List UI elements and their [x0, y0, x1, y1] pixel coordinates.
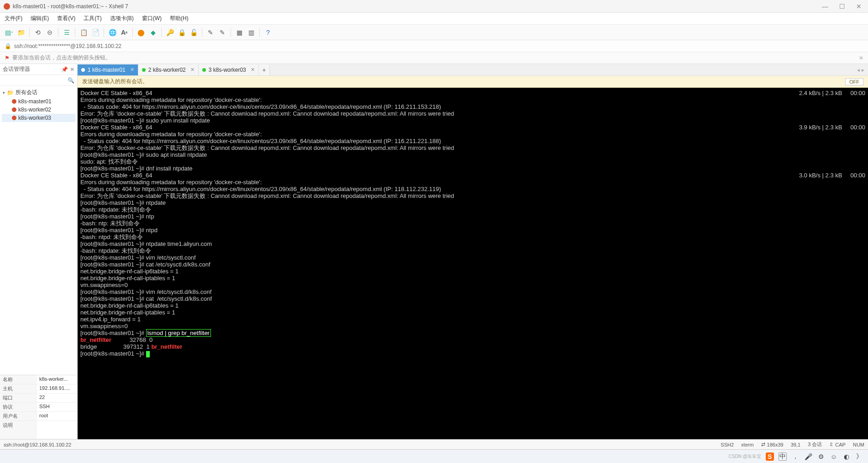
sidebar-close-icon[interactable]: ✕ — [70, 66, 74, 73]
pin-icon[interactable]: 📌 — [61, 66, 68, 73]
session-icon — [12, 116, 16, 120]
hint-text: 要添加当前会话，点击左侧的箭头按钮。 — [12, 54, 111, 62]
key-icon[interactable]: 🔑 — [165, 28, 174, 37]
expand-icon[interactable]: 》 — [855, 452, 863, 461]
menu-tabs[interactable]: 选项卡(B) — [110, 15, 134, 22]
prop-val: 192.168.91.... — [37, 384, 77, 393]
maximize-button[interactable]: ☐ — [836, 3, 848, 10]
tab-status-icon — [81, 68, 85, 72]
tab-master01[interactable]: 1 k8s-master01 ✕ — [78, 64, 138, 75]
watermark: CSDN @车车宝 — [729, 453, 761, 460]
new-session-icon[interactable]: ▤+ — [5, 28, 14, 37]
tab-close-icon[interactable]: ✕ — [190, 67, 195, 73]
paste-icon[interactable]: 📄 — [91, 28, 100, 37]
tab-next-icon[interactable]: ▸ — [862, 67, 864, 73]
prop-key: 端口 — [0, 394, 37, 402]
hint-close-icon[interactable]: ✕ — [859, 55, 863, 61]
mic-icon[interactable]: 🎤 — [804, 452, 812, 461]
folder-icon: 📁 — [7, 90, 14, 96]
status-rows: 39,1 — [791, 442, 800, 447]
tab-close-icon[interactable]: ✕ — [251, 67, 255, 73]
tab-label: 1 k8s-master01 — [88, 67, 126, 73]
session-manager-panel: 会话管理器 📌 ✕ 🔍 📁 所有会话 k8s-master01 k8s-wo — [0, 64, 78, 439]
menu-window[interactable]: 窗口(W) — [142, 15, 162, 22]
layout1-icon[interactable]: ▦ — [235, 28, 244, 37]
caps-icon: ⇫ — [829, 442, 833, 447]
tree-item-worker03[interactable]: k8s-worker03 — [2, 114, 75, 122]
address-input[interactable] — [14, 43, 863, 49]
flag-icon: ⚑ — [5, 55, 10, 61]
properties-panel: 名称k8s-worker... 主机192.168.91.... 端口22 协议… — [0, 375, 77, 439]
punct-icon[interactable]: ， — [791, 452, 800, 461]
open-icon[interactable]: 📁 — [16, 28, 26, 37]
lock-icon[interactable]: 🔒 — [177, 28, 186, 37]
prop-key: 用户名 — [0, 412, 37, 420]
search-icon[interactable]: 🔍 — [68, 77, 74, 84]
font-icon[interactable]: Aa — [120, 28, 129, 37]
menu-view[interactable]: 查看(V) — [57, 15, 75, 22]
prop-val: SSH — [37, 403, 77, 411]
tab-row: 1 k8s-master01 ✕ 2 k8s-worker02 ✕ 3 k8s-… — [78, 64, 868, 76]
reconnect-icon[interactable]: ⟲ — [33, 28, 42, 37]
menu-edit[interactable]: 编辑(E) — [31, 15, 49, 22]
tray-app-icon[interactable]: S — [766, 452, 774, 461]
close-button[interactable]: ✕ — [853, 3, 864, 10]
tree-item-label: k8s-worker02 — [18, 106, 51, 113]
tab-status-icon — [202, 68, 206, 72]
taskbar: CSDN @车车宝 S 中 ， 🎤 ⚙ ☺ ◐ 》 — [0, 449, 868, 463]
prop-val: k8s-worker... — [37, 375, 77, 384]
broadcast-text: 发送键盘输入的所有会话。 — [82, 78, 148, 85]
menu-help[interactable]: 帮助(H) — [170, 15, 189, 22]
status-sess: 3 会话 — [808, 441, 822, 448]
globe-icon[interactable]: 🌐 — [108, 28, 117, 37]
session-tree: 📁 所有会话 k8s-master01 k8s-worker02 k8s-wor… — [0, 86, 77, 375]
properties-icon[interactable]: ☰ — [62, 28, 71, 37]
tab-status-icon — [142, 68, 146, 72]
smiley-icon[interactable]: ☺ — [830, 452, 838, 461]
toolbar: ▤+ 📁 ⟲ ⊝ ☰ 📋 📄 🌐 Aa ⬤ ◆ 🔑 🔒 🔓 ✎ ✎ ▦ ▥ ? — [0, 25, 868, 40]
menu-tools[interactable]: 工具(T) — [84, 15, 101, 22]
disconnect-icon[interactable]: ⊝ — [45, 28, 54, 37]
tree-root[interactable]: 📁 所有会话 — [2, 88, 75, 97]
menubar: 文件(F) 编辑(E) 查看(V) 工具(T) 选项卡(B) 窗口(W) 帮助(… — [0, 13, 868, 25]
terminal[interactable]: 2.4 kB/s | 2.3 kB 00:00Docker CE Stable … — [78, 88, 868, 439]
statusbar: ssh://root@192.168.91.100:22 SSH2 xterm … — [0, 439, 868, 449]
tab-add-button[interactable]: + — [259, 64, 270, 75]
lock-status-icon: 🔒 — [5, 43, 11, 49]
tree-root-label: 所有会话 — [16, 89, 37, 96]
status-size: 186x39 — [767, 442, 784, 447]
ime-icon[interactable]: 中 — [779, 452, 787, 461]
prop-val — [37, 421, 77, 439]
hintbar: ⚑ 要添加当前会话，点击左侧的箭头按钮。 ✕ — [0, 52, 868, 64]
window-title: k8s-master01 - root@k8s-master01:~ - Xsh… — [13, 3, 819, 10]
tree-item-worker02[interactable]: k8s-worker02 — [2, 106, 75, 114]
menu-file[interactable]: 文件(F) — [5, 15, 22, 22]
status-ssh: SSH2 — [721, 442, 734, 447]
settings-icon[interactable]: ⚙ — [817, 452, 825, 461]
fullwidth-icon[interactable]: ◐ — [842, 452, 851, 461]
sidebar-title: 会话管理器 — [3, 65, 30, 73]
xftp-icon[interactable]: ◆ — [148, 28, 158, 37]
session-icon — [12, 99, 16, 104]
prop-val: 22 — [37, 394, 77, 402]
compose-icon[interactable]: ✎ — [206, 28, 215, 37]
tab-label: 3 k8s-worker03 — [209, 67, 246, 73]
tree-item-master01[interactable]: k8s-master01 — [2, 97, 75, 106]
highlight-icon[interactable]: ✎ — [218, 28, 227, 37]
tree-item-label: k8s-master01 — [18, 98, 52, 105]
find-icon[interactable]: ⬤ — [137, 28, 146, 37]
addressbar: 🔒 — [0, 40, 868, 52]
minimize-button[interactable]: — — [819, 3, 831, 10]
broadcast-toggle[interactable]: OFF — [845, 78, 863, 85]
copy-icon[interactable]: 📋 — [79, 28, 88, 37]
unlock-icon[interactable]: 🔓 — [189, 28, 198, 37]
dim-icon: ⇄ — [761, 442, 765, 447]
tab-label: 2 k8s-worker02 — [148, 67, 186, 73]
layout2-icon[interactable]: ▥ — [247, 28, 256, 37]
tab-worker03[interactable]: 3 k8s-worker03 ✕ — [199, 64, 259, 75]
tab-close-icon[interactable]: ✕ — [130, 67, 134, 73]
help-icon[interactable]: ? — [263, 28, 273, 37]
status-conn: ssh://root@192.168.91.100:22 — [4, 442, 71, 447]
tab-worker02[interactable]: 2 k8s-worker02 ✕ — [138, 64, 199, 75]
tab-prev-icon[interactable]: ◂ — [857, 67, 860, 73]
